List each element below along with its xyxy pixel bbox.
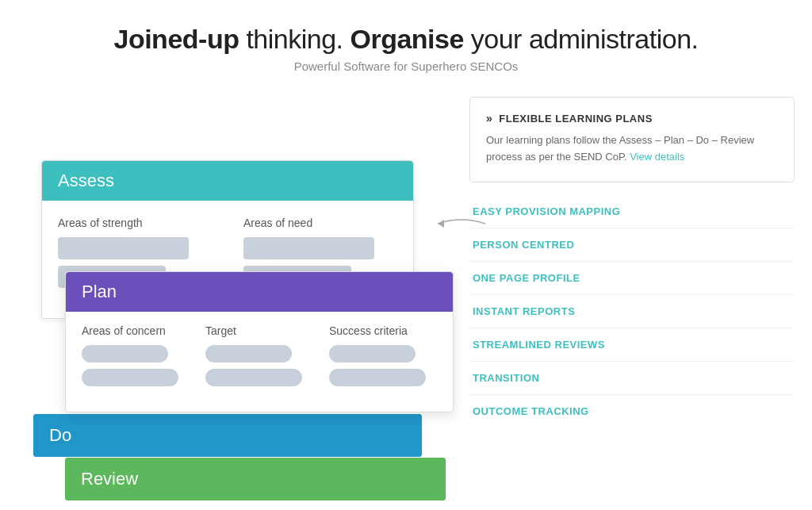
do-card: Do xyxy=(33,414,422,457)
plan-success-bar2 xyxy=(329,369,426,386)
chevron-icon: » xyxy=(486,112,492,125)
feature-item-person[interactable]: PERSON CENTRED xyxy=(469,228,795,262)
main-heading: Joined-up thinking. Organise your admini… xyxy=(114,24,699,55)
review-card-header: Review xyxy=(65,458,446,500)
assess-need-label: Areas of need xyxy=(243,217,397,229)
header: Joined-up thinking. Organise your admini… xyxy=(114,24,699,73)
plan-col-target: Target xyxy=(205,324,313,393)
view-details-link[interactable]: View details xyxy=(630,151,684,163)
plan-target-label: Target xyxy=(205,324,313,337)
featured-box: » FLEXIBLE LEARNING PLANS Our learning p… xyxy=(469,97,795,182)
feature-item-reviews[interactable]: STREAMLINED REVIEWS xyxy=(469,328,795,362)
page-wrapper: Joined-up thinking. Organise your admini… xyxy=(0,0,812,510)
assess-need-bar1 xyxy=(243,237,374,259)
featured-desc: Our learning plans follow the Assess – P… xyxy=(486,132,778,166)
heading-bold1: Joined-up xyxy=(114,24,239,54)
main-content: Assess Areas of strength Areas of need xyxy=(17,97,795,454)
plan-concern-bar2 xyxy=(82,369,178,386)
arrow-icon xyxy=(430,208,493,240)
plan-success-label: Success criteria xyxy=(329,324,437,337)
plan-target-bar2 xyxy=(205,369,302,386)
assess-strength-label: Areas of strength xyxy=(58,217,212,229)
plan-col-concern: Areas of concern xyxy=(82,324,190,393)
assess-strength-bar1 xyxy=(58,237,189,259)
svg-marker-0 xyxy=(438,220,444,228)
feature-list: EASY PROVISION MAPPING PERSON CENTRED ON… xyxy=(469,195,795,428)
featured-title: » FLEXIBLE LEARNING PLANS xyxy=(486,112,778,125)
right-panel: » FLEXIBLE LEARNING PLANS Our learning p… xyxy=(469,97,795,428)
plan-card-header: Plan xyxy=(66,272,453,312)
arrow-container xyxy=(430,208,493,243)
feature-item-reports[interactable]: INSTANT REPORTS xyxy=(469,295,795,328)
plan-success-bar1 xyxy=(329,345,416,362)
feature-item-outcome[interactable]: OUTCOME TRACKING xyxy=(469,395,795,428)
plan-col-success: Success criteria xyxy=(329,324,437,393)
subtitle: Powerful Software for Superhero SENCOs xyxy=(114,59,699,73)
plan-card-body: Areas of concern Target Success criteria xyxy=(66,312,453,412)
plan-concern-bar1 xyxy=(82,345,168,362)
heading-bold2: Organise xyxy=(350,24,463,54)
feature-item-transition[interactable]: TRANSITION xyxy=(469,362,795,395)
review-card: Review xyxy=(65,458,446,500)
featured-desc-text: Our learning plans follow the Assess – P… xyxy=(486,134,754,163)
plan-card: Plan Areas of concern Target Success cri… xyxy=(65,271,454,412)
assess-card-header: Assess xyxy=(42,161,413,201)
plan-target-bar1 xyxy=(205,345,292,362)
plan-concern-label: Areas of concern xyxy=(82,324,190,337)
feature-item-profile[interactable]: ONE PAGE PROFILE xyxy=(469,262,795,295)
do-card-header: Do xyxy=(33,414,422,457)
feature-item-provision[interactable]: EASY PROVISION MAPPING xyxy=(469,195,795,228)
featured-title-text: FLEXIBLE LEARNING PLANS xyxy=(499,113,653,125)
left-panel: Assess Areas of strength Areas of need xyxy=(17,97,446,454)
